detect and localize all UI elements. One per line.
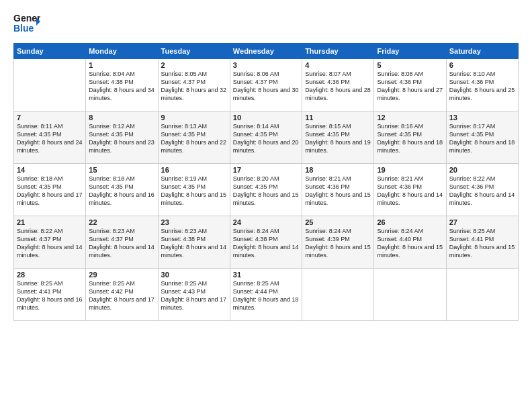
cell-info: Sunrise: 8:17 AMSunset: 4:35 PMDaylight:…	[449, 122, 515, 155]
daylight-text: Daylight: 8 hours and 20 minutes.	[233, 138, 299, 154]
daylight-text: Daylight: 8 hours and 17 minutes.	[89, 295, 154, 312]
sunrise-text: Sunrise: 8:18 AM	[17, 175, 83, 183]
cell-info: Sunrise: 8:18 AMSunset: 4:35 PMDaylight:…	[17, 175, 83, 208]
cell-info: Sunrise: 8:23 AMSunset: 4:38 PMDaylight:…	[161, 227, 227, 260]
sunrise-text: Sunrise: 8:16 AM	[377, 122, 443, 130]
header-day: Monday	[86, 44, 158, 59]
day-number: 24	[233, 218, 299, 226]
day-number: 3	[233, 61, 299, 69]
daylight-text: Daylight: 8 hours and 14 minutes.	[449, 191, 515, 207]
sunset-text: Sunset: 4:35 PM	[449, 130, 515, 138]
daylight-text: Daylight: 8 hours and 34 minutes.	[89, 86, 154, 102]
cell-info: Sunrise: 8:25 AMSunset: 4:44 PMDaylight:…	[233, 279, 299, 312]
daylight-text: Daylight: 8 hours and 15 minutes.	[449, 243, 515, 259]
sunset-text: Sunset: 4:37 PM	[233, 78, 299, 86]
day-number: 27	[449, 218, 515, 226]
header: General Blue	[13, 12, 519, 36]
header-row: SundayMondayTuesdayWednesdayThursdayFrid…	[14, 44, 519, 59]
calendar-cell	[374, 269, 446, 321]
day-number: 10	[233, 113, 299, 122]
sunset-text: Sunset: 4:37 PM	[161, 78, 227, 86]
header-day: Friday	[374, 44, 446, 59]
day-number: 5	[377, 61, 443, 69]
daylight-text: Daylight: 8 hours and 15 minutes.	[305, 243, 371, 259]
cell-info: Sunrise: 8:21 AMSunset: 4:36 PMDaylight:…	[305, 175, 371, 208]
logo-svg: General Blue	[13, 12, 40, 36]
day-number: 18	[305, 166, 371, 174]
cell-info: Sunrise: 8:16 AMSunset: 4:35 PMDaylight:…	[377, 122, 443, 155]
daylight-text: Daylight: 8 hours and 18 minutes.	[449, 138, 515, 154]
daylight-text: Daylight: 8 hours and 16 minutes.	[89, 191, 154, 207]
day-number: 29	[89, 271, 154, 279]
sunrise-text: Sunrise: 8:24 AM	[305, 227, 371, 235]
sunrise-text: Sunrise: 8:11 AM	[17, 122, 83, 130]
daylight-text: Daylight: 8 hours and 14 minutes.	[89, 243, 154, 259]
cell-info: Sunrise: 8:06 AMSunset: 4:37 PMDaylight:…	[233, 70, 299, 103]
daylight-text: Daylight: 8 hours and 19 minutes.	[305, 138, 371, 154]
sunset-text: Sunset: 4:37 PM	[89, 235, 154, 243]
cell-info: Sunrise: 8:13 AMSunset: 4:35 PMDaylight:…	[161, 122, 227, 155]
week-row: 21Sunrise: 8:22 AMSunset: 4:37 PMDayligh…	[14, 216, 519, 269]
calendar-cell: 28Sunrise: 8:25 AMSunset: 4:41 PMDayligh…	[14, 269, 86, 321]
sunset-text: Sunset: 4:36 PM	[449, 183, 515, 191]
sunset-text: Sunset: 4:36 PM	[305, 183, 371, 191]
cell-info: Sunrise: 8:22 AMSunset: 4:36 PMDaylight:…	[449, 175, 515, 208]
calendar-cell: 8Sunrise: 8:12 AMSunset: 4:35 PMDaylight…	[86, 111, 158, 164]
sunset-text: Sunset: 4:35 PM	[377, 130, 443, 138]
sunrise-text: Sunrise: 8:22 AM	[449, 175, 515, 183]
day-number: 20	[449, 166, 515, 174]
sunrise-text: Sunrise: 8:20 AM	[233, 175, 299, 183]
page: General Blue SundayMondayTuesdayWednesda…	[0, 0, 532, 411]
cell-info: Sunrise: 8:18 AMSunset: 4:35 PMDaylight:…	[89, 175, 154, 208]
daylight-text: Daylight: 8 hours and 15 minutes.	[377, 243, 443, 259]
sunset-text: Sunset: 4:41 PM	[17, 287, 83, 295]
cell-info: Sunrise: 8:12 AMSunset: 4:35 PMDaylight:…	[89, 122, 154, 155]
daylight-text: Daylight: 8 hours and 24 minutes.	[17, 138, 83, 154]
day-number: 19	[377, 166, 443, 174]
daylight-text: Daylight: 8 hours and 17 minutes.	[161, 295, 227, 312]
cell-info: Sunrise: 8:04 AMSunset: 4:38 PMDaylight:…	[89, 70, 154, 103]
header-day: Thursday	[302, 44, 374, 59]
week-row: 1Sunrise: 8:04 AMSunset: 4:38 PMDaylight…	[14, 59, 519, 111]
sunrise-text: Sunrise: 8:07 AM	[305, 70, 371, 78]
sunset-text: Sunset: 4:43 PM	[161, 287, 227, 295]
day-number: 7	[17, 113, 83, 122]
sunrise-text: Sunrise: 8:23 AM	[161, 227, 227, 235]
daylight-text: Daylight: 8 hours and 15 minutes.	[305, 191, 371, 207]
calendar-cell: 21Sunrise: 8:22 AMSunset: 4:37 PMDayligh…	[14, 216, 86, 269]
sunset-text: Sunset: 4:36 PM	[305, 78, 371, 86]
daylight-text: Daylight: 8 hours and 14 minutes.	[233, 243, 299, 259]
day-number: 23	[161, 218, 227, 226]
sunrise-text: Sunrise: 8:22 AM	[17, 227, 83, 235]
daylight-text: Daylight: 8 hours and 25 minutes.	[449, 86, 515, 102]
daylight-text: Daylight: 8 hours and 15 minutes.	[233, 191, 299, 207]
header-day: Sunday	[14, 44, 86, 59]
day-number: 28	[17, 271, 83, 279]
cell-info: Sunrise: 8:11 AMSunset: 4:35 PMDaylight:…	[17, 122, 83, 155]
calendar-cell: 14Sunrise: 8:18 AMSunset: 4:35 PMDayligh…	[14, 164, 86, 216]
day-number: 1	[89, 61, 154, 69]
calendar-cell: 31Sunrise: 8:25 AMSunset: 4:44 PMDayligh…	[230, 269, 302, 321]
sunrise-text: Sunrise: 8:08 AM	[377, 70, 443, 78]
daylight-text: Daylight: 8 hours and 23 minutes.	[89, 138, 154, 154]
daylight-text: Daylight: 8 hours and 18 minutes.	[377, 138, 443, 154]
cell-info: Sunrise: 8:14 AMSunset: 4:35 PMDaylight:…	[233, 122, 299, 155]
cell-info: Sunrise: 8:19 AMSunset: 4:35 PMDaylight:…	[161, 175, 227, 208]
cell-info: Sunrise: 8:25 AMSunset: 4:41 PMDaylight:…	[17, 279, 83, 312]
sunrise-text: Sunrise: 8:05 AM	[161, 70, 227, 78]
calendar-cell: 18Sunrise: 8:21 AMSunset: 4:36 PMDayligh…	[302, 164, 374, 216]
calendar-cell: 24Sunrise: 8:24 AMSunset: 4:38 PMDayligh…	[230, 216, 302, 269]
day-number: 14	[17, 166, 83, 174]
calendar-cell: 2Sunrise: 8:05 AMSunset: 4:37 PMDaylight…	[158, 59, 230, 111]
day-number: 12	[377, 113, 443, 122]
calendar-cell: 7Sunrise: 8:11 AMSunset: 4:35 PMDaylight…	[14, 111, 86, 164]
day-number: 8	[89, 113, 154, 122]
daylight-text: Daylight: 8 hours and 30 minutes.	[233, 86, 299, 102]
calendar-cell: 5Sunrise: 8:08 AMSunset: 4:36 PMDaylight…	[374, 59, 446, 111]
cell-info: Sunrise: 8:07 AMSunset: 4:36 PMDaylight:…	[305, 70, 371, 103]
sunset-text: Sunset: 4:35 PM	[161, 183, 227, 191]
sunrise-text: Sunrise: 8:15 AM	[305, 122, 371, 130]
sunrise-text: Sunrise: 8:25 AM	[233, 279, 299, 287]
day-number: 13	[449, 113, 515, 122]
sunset-text: Sunset: 4:38 PM	[161, 235, 227, 243]
